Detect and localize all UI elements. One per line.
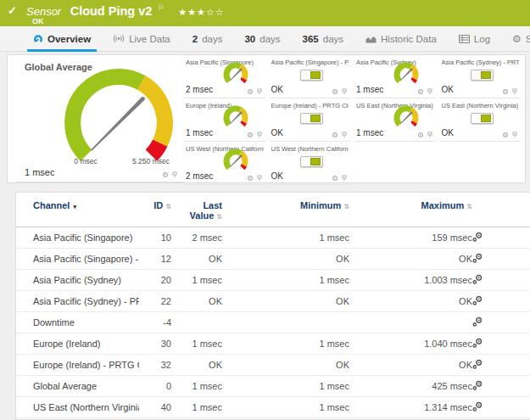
channel-name: Asia Pacific (Singapore) <box>16 227 139 249</box>
channel-last-value <box>171 312 222 333</box>
channel-name: Asia Pacific (Singapore) - ... <box>16 249 139 270</box>
tab-number: 365 <box>303 34 319 44</box>
channel-settings-gear-icon[interactable] <box>472 338 483 350</box>
channel-id: 22 <box>139 291 171 312</box>
tab-historic-data[interactable]: Historic Data <box>354 26 448 51</box>
pin-icon[interactable] <box>171 171 178 178</box>
channel-settings-gear-icon[interactable] <box>472 359 483 371</box>
channel-maximum: 159 msec <box>349 227 472 249</box>
chart-icon <box>365 35 377 43</box>
status-toggle-indicator <box>471 70 494 81</box>
tab-2-days[interactable]: 2 days <box>181 26 234 51</box>
channel-minimum: 1 msec <box>222 227 349 249</box>
gear-icon[interactable] <box>247 88 254 95</box>
table-header-row: Channel▾ ID⇅ Last Value⇅ Minimum⇅ Maximu… <box>16 193 530 227</box>
pin-icon[interactable] <box>256 88 263 95</box>
channel-minimum: OK <box>222 291 349 312</box>
global-average-tile[interactable]: Global Average 0 msec 5.250 msec 1 msec <box>16 55 182 182</box>
tab-overview[interactable]: Overview <box>22 26 102 51</box>
channel-name: Europe (Ireland) <box>16 333 139 355</box>
channels-table: Channel▾ ID⇅ Last Value⇅ Minimum⇅ Maximu… <box>16 193 530 420</box>
channel-settings-gear-icon[interactable] <box>472 295 483 307</box>
pin-icon[interactable] <box>256 175 263 182</box>
channel-id: 10 <box>139 227 171 249</box>
tile-title: US West (Northern California)... <box>271 145 349 153</box>
channel-last-value: 2 msec <box>171 227 222 249</box>
tile-value: 2 msec <box>186 171 213 181</box>
channel-settings-gear-icon[interactable] <box>472 232 483 244</box>
channel-tile[interactable]: Asia Pacific (Singapore) 2 msec <box>184 56 265 98</box>
channel-tile[interactable]: Asia Pacific (Singapore) - PR... OK <box>270 56 351 98</box>
column-header-last-value[interactable]: Last Value⇅ <box>171 193 222 227</box>
status-toggle-indicator <box>300 156 323 167</box>
tab-log[interactable]: Log <box>448 26 501 51</box>
gear-icon[interactable] <box>332 88 338 95</box>
prtg-sensor-page: ✓ Sensor Cloud Ping v2 ⚐ ★★★☆☆ OK Overvi… <box>0 0 530 420</box>
channel-tile[interactable]: Europe (Ireland) - PRTG Cloud... OK <box>270 99 351 142</box>
settings-gear-icon: ⚙ <box>512 34 522 44</box>
tile-value: 1 msec <box>25 167 54 177</box>
tile-value: OK <box>442 85 454 94</box>
channel-settings-gear-icon[interactable] <box>472 316 483 328</box>
status-toggle-indicator <box>300 70 323 81</box>
pin-icon[interactable] <box>341 88 348 95</box>
gear-icon[interactable] <box>332 175 338 182</box>
pin-icon[interactable] <box>341 175 348 182</box>
gear-icon[interactable] <box>417 132 424 138</box>
channel-id: 32 <box>139 355 171 376</box>
channel-id: 30 <box>139 333 171 355</box>
gear-icon[interactable] <box>417 88 424 95</box>
priority-stars[interactable]: ★★★☆☆ <box>178 7 224 17</box>
channel-minimum: 1 msec <box>222 270 349 291</box>
gear-icon[interactable] <box>162 171 169 178</box>
channel-settings-gear-icon[interactable] <box>472 401 483 413</box>
tab-365-days[interactable]: 365 days <box>292 26 354 51</box>
gear-icon[interactable] <box>502 132 509 138</box>
tab-live-data[interactable]: Live Data <box>102 26 181 51</box>
tab-settings[interactable]: ⚙ Settings <box>501 26 530 51</box>
column-header-settings <box>472 193 530 227</box>
column-header-minimum[interactable]: Minimum⇅ <box>222 193 349 227</box>
channel-maximum <box>349 312 472 333</box>
table-row: Asia Pacific (Singapore) 10 2 msec 1 mse… <box>16 227 530 249</box>
channel-last-value: 1 msec <box>171 376 222 397</box>
channel-name: Asia Pacific (Sydney) - PR... <box>16 291 139 312</box>
channel-maximum: OK <box>349 291 472 312</box>
pin-icon[interactable] <box>256 132 263 138</box>
gear-icon[interactable] <box>247 175 254 182</box>
channel-settings-gear-icon[interactable] <box>472 380 483 392</box>
channel-tile[interactable]: US West (Northern California)... OK <box>270 143 351 185</box>
pin-icon[interactable] <box>511 88 518 95</box>
flag-icon: ⚐ <box>158 3 165 12</box>
sensor-title-line: Sensor Cloud Ping v2 ⚐ ★★★☆☆ <box>26 3 225 19</box>
channel-tile[interactable]: Asia Pacific (Sydney) 1 msec <box>354 56 436 98</box>
tab-30-days[interactable]: 30 days <box>233 26 291 51</box>
gear-icon[interactable] <box>247 132 254 138</box>
column-header-channel[interactable]: Channel▾ <box>16 193 139 227</box>
channel-tile[interactable]: US East (Northern Virginia) - ... OK <box>440 99 522 142</box>
table-row: Europe (Ireland) 30 1 msec 1 msec 1.040 … <box>16 333 530 355</box>
channel-gauge <box>388 62 425 91</box>
channel-tile[interactable]: US West (Northern California) 2 msec <box>184 143 265 185</box>
gear-icon[interactable] <box>332 132 338 138</box>
channel-tile[interactable]: US East (Northern Virginia) 1 msec <box>354 99 436 142</box>
channel-settings-gear-icon[interactable] <box>472 274 483 286</box>
pin-icon[interactable] <box>341 132 348 138</box>
channel-tile[interactable]: Europe (Ireland) 1 msec <box>184 99 265 142</box>
channel-gauge <box>217 105 254 134</box>
channel-name: US East (Northern Virginia) <box>16 397 139 418</box>
tile-value: OK <box>271 171 283 181</box>
pin-icon[interactable] <box>427 88 433 95</box>
column-header-maximum[interactable]: Maximum⇅ <box>349 193 472 227</box>
tile-value: 1 msec <box>356 85 383 94</box>
sort-icon: ⇅ <box>165 203 171 210</box>
pin-icon[interactable] <box>511 132 518 138</box>
channel-settings-gear-icon[interactable] <box>472 253 483 265</box>
column-header-id[interactable]: ID⇅ <box>139 193 171 227</box>
pin-icon[interactable] <box>427 132 433 138</box>
channel-id: 0 <box>139 376 171 397</box>
gear-icon[interactable] <box>502 88 509 95</box>
table-row: Downtime -4 <box>16 312 530 333</box>
channel-name: Europe (Ireland) - PRTG Cl... <box>16 355 139 376</box>
channel-tile[interactable]: Asia Pacific (Sydney) - PRTG ... OK <box>440 56 522 98</box>
